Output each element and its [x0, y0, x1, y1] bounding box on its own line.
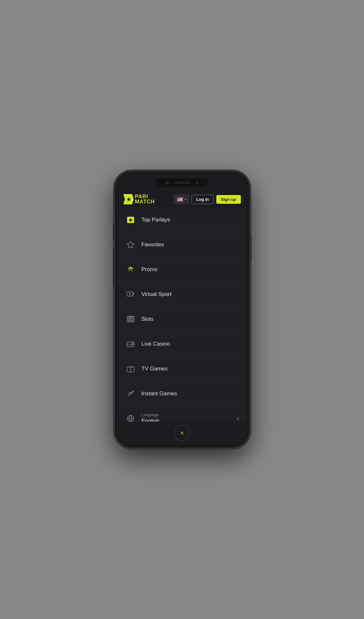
notch-camera — [165, 181, 169, 184]
language-content: Language English — [142, 413, 160, 422]
top-parlays-label: Top Parlays — [142, 217, 170, 223]
logo-pari: PARI — [135, 194, 155, 199]
lang-chevron-icon: ▾ — [184, 198, 186, 201]
menu-item-language[interactable]: Language English ∨ — [118, 406, 246, 422]
flag-icon: 🇺🇸 — [177, 196, 183, 202]
header-right: 🇺🇸 ▾ Log in Sign up — [174, 195, 241, 204]
tv-games-label: TV Games — [142, 366, 168, 372]
menu-item-promo[interactable]: Promo — [118, 257, 246, 282]
notch-dot — [196, 182, 199, 184]
virtual-sport-icon — [125, 289, 136, 300]
menu-item-slots[interactable]: Slots — [118, 307, 246, 332]
live-casino-icon: LIVE — [125, 338, 136, 350]
language-sublabel: Language — [142, 413, 160, 417]
menu-item-instant-games[interactable]: Instant Games — [118, 381, 246, 406]
tv-games-icon — [125, 363, 136, 375]
close-icon: × — [180, 429, 184, 437]
menu-item-tv-games[interactable]: TV Games — [118, 357, 246, 381]
instant-games-icon — [125, 388, 136, 399]
svg-rect-11 — [130, 318, 131, 321]
logo: ★ PARI MATCH — [123, 194, 155, 204]
bottom-bar: × — [118, 422, 246, 444]
slots-icon — [125, 313, 136, 325]
svg-rect-10 — [128, 318, 129, 321]
menu-item-top-parlays[interactable]: Top Parlays — [118, 208, 246, 232]
logo-text: PARI MATCH — [135, 194, 155, 204]
promo-label: Promo — [142, 266, 158, 273]
svg-rect-4 — [127, 292, 133, 296]
login-button[interactable]: Log in — [192, 195, 214, 204]
live-casino-label: Live Casino — [142, 341, 170, 347]
menu-list: Top Parlays Favorites — [118, 208, 246, 422]
promo-icon — [125, 264, 136, 275]
top-parlays-icon — [125, 214, 136, 226]
slots-label: Slots — [142, 316, 154, 322]
notch-cutout — [156, 178, 208, 187]
svg-point-5 — [129, 293, 130, 295]
logo-match: MATCH — [135, 199, 155, 204]
menu-item-virtual-sport[interactable]: Virtual Sport — [118, 282, 246, 307]
svg-rect-12 — [132, 318, 133, 321]
menu-item-live-casino[interactable]: LIVE Live Casino — [118, 332, 246, 357]
notch-bar — [118, 175, 246, 191]
language-chevron-icon: ∨ — [236, 416, 240, 421]
favorites-icon — [125, 239, 136, 251]
phone-screen: ★ PARI MATCH 🇺🇸 ▾ Log in Sign up — [118, 175, 246, 444]
language-settings-icon — [125, 413, 136, 422]
svg-point-17 — [133, 344, 133, 344]
svg-marker-2 — [127, 241, 134, 248]
virtual-sport-label: Virtual Sport — [142, 291, 172, 298]
svg-point-16 — [132, 343, 133, 343]
phone-frame: ★ PARI MATCH 🇺🇸 ▾ Log in Sign up — [114, 171, 250, 448]
language-value: English — [142, 418, 160, 422]
notch-speaker — [174, 182, 190, 184]
signup-button[interactable]: Sign up — [216, 195, 241, 204]
svg-point-18 — [132, 345, 133, 345]
header: ★ PARI MATCH 🇺🇸 ▾ Log in Sign up — [118, 191, 246, 208]
close-button[interactable]: × — [174, 425, 190, 441]
instant-games-label: Instant Games — [142, 390, 177, 397]
logo-icon: ★ — [123, 194, 134, 204]
menu-item-favorites[interactable]: Favorites — [118, 232, 246, 257]
language-selector[interactable]: 🇺🇸 ▾ — [174, 195, 189, 204]
favorites-label: Favorites — [142, 241, 164, 248]
